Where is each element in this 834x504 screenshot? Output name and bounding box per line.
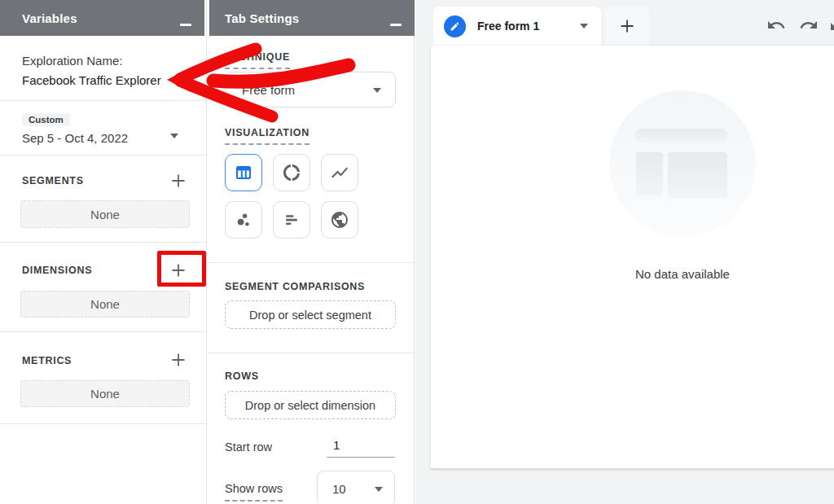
exploration-name-value[interactable]: Facebook Traffic Explorer	[22, 73, 161, 87]
geo-map-icon	[330, 210, 349, 230]
divider	[208, 262, 414, 263]
divider	[0, 423, 206, 424]
minimize-icon[interactable]	[390, 24, 402, 26]
chevron-down-icon	[373, 88, 381, 93]
redo-icon	[799, 15, 819, 35]
add-segments-button[interactable]	[169, 172, 187, 190]
show-rows-label: Show rows	[225, 482, 283, 502]
show-rows-dropdown[interactable]: 10	[317, 471, 395, 504]
technique-value: Free form	[242, 83, 295, 97]
canvas-area: Free form 1 No data available	[415, 0, 834, 504]
tab-title: Free form 1	[477, 20, 539, 33]
technique-label: TECHNIQUE	[225, 51, 290, 69]
empty-state-illustration	[609, 90, 756, 237]
donut-chart-icon	[282, 163, 301, 182]
date-range-value[interactable]: Sep 5 - Oct 4, 2022	[22, 131, 128, 145]
plus-icon	[169, 172, 187, 190]
dimensions-section-label: DIMENSIONS	[22, 265, 92, 276]
variables-panel-header: Variables	[0, 0, 204, 36]
segments-section-label: SEGMENTS	[22, 175, 84, 186]
placeholder-block	[668, 152, 727, 198]
date-range-badge: Custom	[22, 113, 70, 126]
chevron-down-icon[interactable]	[170, 134, 178, 138]
add-tab-button[interactable]	[605, 7, 649, 46]
tab-free-form-1[interactable]: Free form 1	[433, 7, 601, 46]
dimensions-empty-slot[interactable]: None	[20, 291, 190, 318]
metrics-section-label: METRICS	[22, 355, 72, 366]
start-row-label: Start row	[225, 440, 272, 454]
table-icon	[234, 163, 253, 182]
viz-bar-chart-button[interactable]	[273, 201, 310, 239]
tab-settings-panel-header: Tab Settings	[209, 0, 415, 36]
no-data-message: No data available	[560, 267, 805, 281]
start-row-input[interactable]: 1	[327, 438, 395, 458]
viz-geo-map-button[interactable]	[321, 201, 358, 239]
scatter-plot-icon	[234, 210, 253, 230]
segment-comparisons-label: SEGMENT COMPARISONS	[225, 281, 365, 292]
viz-line-chart-button[interactable]	[321, 154, 358, 191]
divider	[0, 155, 206, 156]
show-rows-value: 10	[332, 482, 346, 496]
tab-settings-panel: Tab Settings TECHNIQUE Free form VISUALI…	[208, 0, 415, 504]
toolbar-overflow-icon[interactable]	[829, 17, 834, 37]
add-metrics-button[interactable]	[169, 351, 187, 369]
metrics-empty-slot[interactable]: None	[20, 380, 190, 407]
redo-button[interactable]	[799, 15, 819, 35]
undo-icon	[766, 15, 786, 35]
divider	[208, 353, 414, 353]
viz-table-button[interactable]	[225, 154, 262, 191]
divider	[0, 100, 206, 101]
placeholder-column	[636, 152, 663, 195]
bar-chart-icon	[282, 210, 301, 230]
variables-panel-title: Variables	[22, 11, 77, 25]
pencil-icon	[444, 15, 466, 37]
chevron-down-icon[interactable]	[580, 24, 588, 28]
divider	[0, 331, 206, 332]
segment-drop-zone[interactable]: Drop or select segment	[225, 300, 396, 329]
technique-dropdown[interactable]: Free form	[225, 72, 396, 107]
line-chart-icon	[330, 163, 349, 182]
viz-scatter-plot-button[interactable]	[225, 201, 262, 239]
minimize-icon[interactable]	[180, 24, 191, 26]
divider	[0, 242, 206, 243]
ga4-exploration-editor: Variables Exploration Name: Facebook Tra…	[0, 0, 834, 504]
rows-drop-zone[interactable]: Drop or select dimension	[225, 391, 396, 419]
undo-button[interactable]	[766, 15, 786, 35]
placeholder-bar	[635, 129, 727, 142]
plus-icon	[169, 351, 187, 369]
chevron-down-icon	[375, 487, 383, 492]
viz-donut-chart-button[interactable]	[273, 154, 310, 191]
tab-settings-panel-title: Tab Settings	[225, 11, 299, 25]
segments-empty-slot[interactable]: None	[20, 200, 190, 228]
plus-icon	[617, 16, 637, 36]
visualization-label: VISUALIZATION	[225, 127, 309, 145]
annotation-highlight-box	[157, 251, 206, 287]
visualization-canvas: No data available	[431, 46, 834, 470]
exploration-name-label: Exploration Name:	[22, 54, 122, 68]
rows-label: ROWS	[225, 370, 259, 382]
